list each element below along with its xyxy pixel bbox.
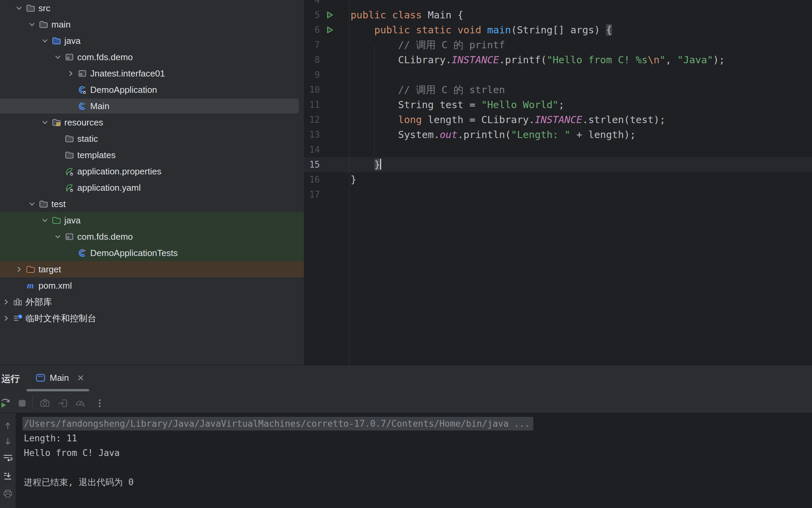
console-line[interactable]: [24, 460, 809, 475]
chevron-down-icon[interactable]: [27, 199, 37, 209]
gutter-line-6[interactable]: 6: [304, 22, 348, 37]
console-line[interactable]: 进程已结束, 退出代码为 0: [24, 475, 809, 490]
chevron-right-icon[interactable]: [1, 297, 11, 307]
tree-item-src[interactable]: src: [0, 0, 304, 16]
tree-item-Jnatest.interface01[interactable]: Jnatest.interface01: [0, 65, 304, 82]
rerun-icon[interactable]: [0, 397, 12, 409]
code-editor[interactable]: 4567891011121314151617 public class Main…: [304, 0, 812, 365]
stop-icon[interactable]: [16, 397, 28, 409]
code-line-16[interactable]: }: [351, 172, 356, 187]
run-tab-main[interactable]: Main: [27, 365, 89, 390]
chevron-down-icon[interactable]: [40, 36, 50, 46]
attach-debugger-icon[interactable]: [57, 397, 69, 409]
console-text[interactable]: /Users/fandongsheng/Library/Java/JavaVir…: [24, 417, 809, 508]
tree-item-DemoApplicationTests[interactable]: DemoApplicationTests: [0, 245, 304, 261]
run-line-icon[interactable]: [325, 11, 334, 19]
scratches-icon: [13, 313, 23, 323]
console-line[interactable]: Hello from C! Java: [24, 446, 809, 460]
tree-item-application.yaml[interactable]: application.yaml: [0, 180, 304, 196]
up-arrow-icon[interactable]: [3, 421, 13, 431]
tree-item-static[interactable]: static: [0, 131, 304, 147]
text-cursor: [380, 159, 381, 170]
tree-item-临时文件和控制台[interactable]: 临时文件和控制台: [0, 310, 304, 326]
chevron-down-icon[interactable]: [40, 215, 50, 225]
test-source-highlight: [0, 228, 304, 245]
code-line-8[interactable]: CLibrary.INSTANCE.printf("Hello from C! …: [351, 52, 725, 67]
tree-item-外部库[interactable]: 外部库: [0, 294, 304, 310]
profiler-icon[interactable]: [74, 397, 86, 409]
run-toolbar: [0, 392, 812, 413]
soft-wrap-icon[interactable]: [3, 453, 13, 463]
thread-dump-icon[interactable]: [39, 397, 51, 409]
code-line-5[interactable]: public class Main {: [351, 7, 464, 22]
tree-item-pom.xml[interactable]: mpom.xml: [0, 277, 304, 294]
tree-item-application.properties[interactable]: application.properties: [0, 163, 304, 180]
chevron-spacer: [14, 281, 24, 291]
gutter-line-17[interactable]: 17: [304, 187, 348, 202]
console-output[interactable]: /Users/fandongsheng/Library/Java/JavaVir…: [0, 413, 812, 508]
chevron-down-icon[interactable]: [40, 117, 50, 128]
tree-item-java[interactable]: java: [0, 212, 304, 228]
tree-item-label: java: [64, 215, 81, 226]
run-line-icon[interactable]: [325, 26, 334, 34]
tree-item-label: main: [51, 19, 70, 30]
run-tool-window: 运行 Main /Users/fandongsheng/Library/Java…: [0, 365, 812, 508]
gutter-line-13[interactable]: 13: [304, 127, 348, 142]
tree-item-templates[interactable]: templates: [0, 147, 304, 163]
gutter-line-4[interactable]: 4: [304, 0, 348, 7]
chevron-spacer: [66, 101, 76, 111]
code-line-15[interactable]: }: [351, 157, 381, 172]
code-token: [351, 54, 398, 66]
chevron-down-icon[interactable]: [27, 19, 37, 30]
gutter-line-5[interactable]: 5: [304, 7, 348, 22]
chevron-down-icon[interactable]: [53, 52, 63, 62]
code-line-10[interactable]: // 调用 C 的 strlen: [351, 82, 505, 97]
gutter-separator: [349, 0, 350, 365]
code-line-12[interactable]: long length = CLibrary.INSTANCE.strlen(t…: [351, 112, 665, 127]
gutter-line-15[interactable]: 15: [304, 157, 348, 172]
folder-icon: [64, 134, 75, 144]
console-line[interactable]: Length: 11: [24, 431, 809, 446]
tree-item-test[interactable]: test: [0, 196, 304, 212]
gutter-line-10[interactable]: 10: [304, 82, 348, 97]
gutter-line-16[interactable]: 16: [304, 172, 348, 187]
tree-item-resources[interactable]: resources: [0, 114, 304, 131]
libraries-icon: [13, 297, 23, 307]
tree-selection-highlight: [0, 99, 299, 114]
line-number: 13: [304, 130, 320, 140]
code-line-11[interactable]: String test = "Hello World";: [351, 97, 565, 112]
chevron-right-icon[interactable]: [1, 313, 11, 323]
chevron-spacer: [53, 183, 63, 193]
code-line-13[interactable]: System.out.println("Length: " + length);: [351, 127, 636, 142]
print-icon[interactable]: [3, 489, 13, 499]
tree-item-main[interactable]: main: [0, 16, 304, 33]
tree-item-com.fds.demo[interactable]: com.fds.demo: [0, 228, 304, 245]
chevron-right-icon[interactable]: [14, 264, 24, 274]
project-tree-panel[interactable]: srcmainjavacom.fds.demoJnatest.interface…: [0, 0, 304, 365]
gutter-line-12[interactable]: 12: [304, 112, 348, 127]
excluded-folder-icon: [26, 264, 36, 274]
chevron-right-icon[interactable]: [66, 68, 76, 79]
gutter-line-8[interactable]: 8: [304, 52, 348, 67]
chevron-down-icon[interactable]: [53, 232, 63, 242]
gutter-line-11[interactable]: 11: [304, 97, 348, 112]
tree-item-target[interactable]: target: [0, 261, 304, 277]
code-area[interactable]: public class Main { public static void m…: [351, 0, 812, 365]
code-token: .strlen(test);: [582, 114, 665, 125]
code-token: "Hello from C! %s: [547, 54, 648, 66]
tree-item-com.fds.demo[interactable]: com.fds.demo: [0, 49, 304, 65]
console-line[interactable]: /Users/fandongsheng/Library/Java/JavaVir…: [24, 417, 809, 431]
gutter-line-7[interactable]: 7: [304, 37, 348, 52]
gutter-line-9[interactable]: 9: [304, 67, 348, 82]
tree-item-java[interactable]: java: [0, 33, 304, 49]
chevron-down-icon[interactable]: [14, 3, 24, 13]
gutter-line-14[interactable]: 14: [304, 142, 348, 157]
scroll-to-end-icon[interactable]: [3, 471, 13, 481]
code-line-6[interactable]: public static void main(String[] args) {: [351, 22, 612, 37]
code-line-7[interactable]: // 调用 C 的 printf: [351, 37, 505, 52]
down-arrow-icon[interactable]: [3, 436, 13, 446]
tree-item-Main[interactable]: Main: [0, 98, 304, 114]
tree-item-DemoApplication[interactable]: DemoApplication: [0, 82, 304, 98]
more-options-icon[interactable]: [94, 397, 105, 409]
close-icon[interactable]: [76, 373, 85, 382]
